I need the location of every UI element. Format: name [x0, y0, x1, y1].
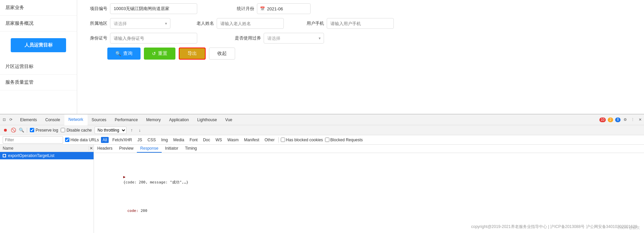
main-content: 项目编号 统计月份 📅 2021-06 所属地区 请选择 [77, 0, 644, 114]
hide-data-urls-label: Hide data URLs [65, 138, 99, 142]
devtools-pointer-icon[interactable]: ⊡ [1, 117, 7, 123]
devtools-refresh-icon[interactable]: ⟳ [8, 117, 13, 123]
blocked-requests-checkbox[interactable] [325, 138, 329, 142]
id-group: 身份证号 [84, 33, 197, 44]
sidebar-item-quality[interactable]: 服务质量监管 [0, 75, 77, 90]
tab-sources[interactable]: Sources [88, 114, 111, 125]
filter-icon[interactable]: 🔍 [19, 128, 24, 133]
devtools-tabs-bar: ⊡ ⟳ Elements Console Network Sources Per… [0, 114, 644, 125]
project-input[interactable] [110, 3, 197, 14]
detail-tab-response[interactable]: Response [137, 145, 162, 153]
id-input[interactable] [110, 33, 197, 44]
filter-css[interactable]: CSS [146, 137, 158, 143]
tab-performance[interactable]: Performance [111, 114, 142, 125]
filter-bar: Hide data URLs All Fetch/XHR JS CSS Img … [0, 135, 644, 145]
region-label: 所属地区 [84, 20, 107, 26]
request-detail-pane: Headers Preview Response Initiator Timin… [94, 145, 644, 233]
hide-data-urls-checkbox[interactable] [65, 138, 69, 142]
filter-media[interactable]: Media [171, 137, 186, 143]
separator-2 [278, 137, 279, 143]
reset-button[interactable]: ↺ 重置 [144, 48, 175, 60]
coupon-select-wrapper: 请选择 [264, 33, 324, 44]
close-pane-icon[interactable]: ✕ [89, 146, 94, 151]
id-label: 身份证号 [84, 35, 107, 41]
search-button[interactable]: 🔍 查询 [107, 48, 141, 60]
region-select-wrapper: 请选择 [110, 18, 170, 29]
filter-wasm[interactable]: Wasm [226, 137, 240, 143]
tab-vue[interactable]: Vue [221, 114, 237, 125]
detail-tab-timing[interactable]: Timing [181, 145, 200, 153]
filter-all[interactable]: All [101, 137, 109, 143]
reset-icon: ↺ [152, 51, 156, 56]
tab-application[interactable]: Application [165, 114, 193, 125]
has-blocked-cookies-label: Has blocked cookies [281, 138, 323, 142]
stats-month-group: 统计月份 📅 2021-06 [231, 3, 311, 14]
filter-img[interactable]: Img [159, 137, 169, 143]
search-icon: 🔍 [115, 51, 121, 56]
filter-ws[interactable]: WS [214, 137, 224, 143]
phone-input[interactable] [327, 18, 394, 29]
detail-tab-headers[interactable]: Headers [94, 145, 116, 153]
response-body: ▶ {code: 200, message: "成功",…} code: 200… [97, 158, 641, 233]
operations-target-button[interactable]: 人员运营目标 [11, 38, 66, 52]
elder-name-group: 老人姓名 [191, 18, 284, 29]
record-icon[interactable]: ⏺ [3, 128, 8, 133]
filter-input[interactable] [3, 136, 63, 144]
more-icon[interactable]: ⋮ [630, 117, 635, 123]
detail-tab-preview[interactable]: Preview [116, 145, 137, 153]
tab-memory[interactable]: Memory [142, 114, 165, 125]
phone-label: 用户手机 [304, 20, 324, 26]
tab-elements[interactable]: Elements [16, 114, 41, 125]
disable-cache-checkbox[interactable] [61, 128, 65, 132]
response-detail-content: ▶ {code: 200, message: "成功",…} code: 200… [94, 155, 644, 233]
action-buttons: 🔍 查询 ↺ 重置 导出 收起 [107, 48, 637, 60]
project-group: 项目编号 [84, 3, 197, 14]
app-footer: copyright@2019-2021养老服务业指导中心 | 沪ICP备2013… [471, 224, 637, 230]
form-row-1: 项目编号 统计月份 📅 2021-06 [84, 3, 637, 14]
phone-group: 用户手机 [304, 18, 394, 29]
sidebar-item-home[interactable]: 居家业务 [0, 0, 77, 16]
region-group: 所属地区 请选择 [84, 18, 170, 29]
network-toolbar: ⏺ 🚫 🔍 Preserve log Disable cache No thro… [0, 125, 644, 135]
sidebar-item-district[interactable]: 片区运营目标 [0, 59, 77, 75]
filter-other[interactable]: Other [263, 137, 276, 143]
info-badge: 8 [615, 118, 621, 122]
project-label: 项目编号 [84, 6, 107, 12]
stats-month-picker[interactable]: 📅 2021-06 [257, 3, 311, 14]
tab-lighthouse[interactable]: Lighthouse [193, 114, 221, 125]
name-col-header: Name [0, 146, 89, 151]
close-icon[interactable]: ✕ [637, 117, 643, 123]
filter-manifest[interactable]: Manifest [242, 137, 261, 143]
export-button[interactable]: 导出 [179, 48, 206, 60]
request-list-panel: Name ✕ exportOperationTargetList [0, 145, 94, 233]
export-icon[interactable]: ↓ [137, 128, 143, 133]
coupon-select[interactable]: 请选择 [264, 33, 324, 44]
sidebar-item-operations: 人员运营目标 [0, 31, 77, 59]
response-line-code: ▶ {code: 200, message: "成功",…} [97, 169, 641, 191]
warning-badge: 2 [608, 118, 613, 122]
filter-js[interactable]: JS [136, 137, 144, 143]
filter-font[interactable]: Font [188, 137, 199, 143]
sidebar-item-overview[interactable]: 居家服务概况 [0, 16, 77, 31]
elder-name-input[interactable] [217, 18, 284, 29]
import-icon[interactable]: ↑ [129, 128, 135, 133]
filter-fetch-xhr[interactable]: Fetch/XHR [111, 137, 134, 143]
network-panel-main: Name ✕ exportOperationTargetList Headers… [0, 145, 644, 233]
tab-network[interactable]: Network [64, 114, 88, 125]
devtools-right-controls: 10 2 8 ⚙ ⋮ ✕ [599, 117, 643, 123]
tab-console[interactable]: Console [41, 114, 64, 125]
coupon-group: 是否使用过券 请选择 [231, 33, 324, 44]
clear-icon[interactable]: 🚫 [11, 128, 16, 133]
preserve-log-checkbox[interactable] [30, 128, 34, 132]
watermark: CSDN @颜笑 [618, 225, 640, 230]
detail-tab-initiator[interactable]: Initiator [162, 145, 181, 153]
devtools-control-icons: ⊡ ⟳ [1, 117, 13, 123]
region-select[interactable]: 请选择 [110, 18, 170, 29]
throttle-select[interactable]: No throttling [95, 127, 126, 134]
has-blocked-cookies-checkbox[interactable] [281, 138, 285, 142]
cancel-button[interactable]: 收起 [209, 48, 235, 60]
filter-doc[interactable]: Doc [201, 137, 212, 143]
devtools-panel: ⊡ ⟳ Elements Console Network Sources Per… [0, 114, 644, 233]
settings-icon[interactable]: ⚙ [623, 117, 628, 123]
request-item-selected[interactable]: exportOperationTargetList [0, 152, 94, 159]
